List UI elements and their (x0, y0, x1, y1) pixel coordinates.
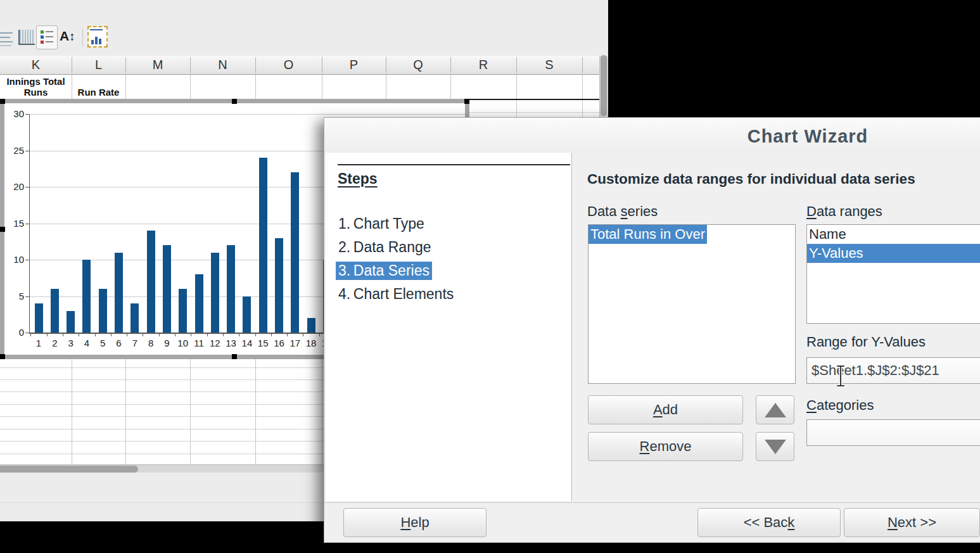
help-button[interactable]: Help (343, 508, 487, 537)
cell-L1[interactable]: Run Rate (72, 75, 125, 98)
remove-button[interactable]: Remove (588, 432, 743, 461)
move-up-button[interactable] (756, 395, 794, 424)
chart-bar[interactable] (195, 274, 203, 333)
column-header-N[interactable]: N (190, 56, 255, 74)
sheet-row-1[interactable]: Innings Total Runs Run Rate (0, 75, 599, 99)
legend-on-off-icon[interactable] (36, 25, 58, 49)
chart-wizard-dialog: Chart Wizard Steps 1. Chart Type2. Data … (324, 117, 980, 543)
column-header-R[interactable]: R (450, 56, 516, 74)
chart-bar[interactable] (307, 318, 315, 333)
y-axis (29, 114, 30, 333)
selection-handle-bottom-left[interactable] (0, 354, 5, 359)
grid-line (255, 359, 256, 464)
chart-bar[interactable] (147, 231, 155, 333)
grid-line (72, 359, 72, 464)
column-header-partial[interactable] (582, 56, 599, 74)
data-ranges-listbox[interactable]: NameY-Values (806, 224, 980, 324)
list-item[interactable]: Y-Values (807, 244, 980, 263)
y-axis-label: 25 (0, 145, 24, 156)
column-separator (322, 57, 322, 73)
chart-bar[interactable] (99, 289, 107, 333)
data-series-listbox[interactable]: Total Runs in Over (588, 224, 796, 384)
horizontal-scrollbar-thumb[interactable] (0, 466, 138, 473)
selection-handle-top-left[interactable] (0, 99, 5, 104)
column-header-Q[interactable]: Q (386, 56, 450, 74)
x-axis-label: 10 (175, 338, 191, 348)
chart-bar[interactable] (67, 311, 75, 333)
column-separator (516, 57, 517, 73)
grid-line (125, 359, 126, 464)
vertical-scrollbar-thumb[interactable] (601, 55, 607, 116)
horizontal-grids-icon[interactable] (0, 27, 14, 48)
chart-bar[interactable] (243, 296, 251, 333)
grid-line (190, 75, 191, 99)
selection-handle-bottom-mid[interactable] (232, 354, 237, 359)
x-axis-label: 17 (287, 338, 303, 348)
back-button[interactable]: << Back (697, 508, 841, 537)
selection-handle-mid-left[interactable] (0, 227, 5, 232)
wizard-step-1[interactable]: 1. Chart Type (336, 215, 427, 233)
add-button[interactable]: Add (588, 395, 743, 424)
chart-bar[interactable] (82, 260, 91, 333)
next-button[interactable]: Next >> (844, 508, 980, 537)
move-down-button[interactable] (756, 432, 794, 461)
column-header-O[interactable]: O (255, 56, 322, 74)
selection-handle-top-right[interactable] (464, 99, 469, 104)
selection-handle-top-mid[interactable] (232, 99, 237, 104)
wizard-step-2[interactable]: 2. Data Range (336, 238, 434, 257)
x-axis-label: 4 (79, 338, 95, 348)
chart-bar[interactable] (227, 245, 235, 333)
chart-bar[interactable] (259, 158, 267, 333)
column-separator (386, 57, 386, 73)
wizard-step-4[interactable]: 4. Chart Elements (336, 285, 456, 303)
grid-line (322, 75, 322, 99)
x-axis-label: 1 (30, 338, 47, 348)
chart-bar[interactable] (163, 245, 171, 333)
column-header-K[interactable]: K (0, 56, 72, 74)
steps-rule (338, 164, 570, 165)
chart-bar[interactable] (179, 289, 187, 333)
wizard-step-3[interactable]: 3. Data Series (336, 262, 432, 280)
categories-input[interactable] (806, 419, 980, 446)
chart-bar[interactable] (130, 303, 139, 333)
down-arrow-icon (765, 440, 786, 454)
x-axis-label: 15 (255, 338, 271, 348)
wizard-step-label: 3. Data Series (336, 262, 432, 280)
resize-arrows-icon: ↕ (69, 30, 75, 43)
x-axis-label: 16 (271, 338, 288, 348)
y-axis-label: 5 (0, 291, 24, 302)
range-for-y-values-input[interactable]: $Sheet1.$J$2:$J$21 (806, 357, 980, 384)
grid-line (450, 75, 451, 99)
column-header-L[interactable]: L (72, 56, 125, 74)
chart-bar[interactable] (211, 253, 219, 333)
grid-line (72, 75, 72, 99)
scale-text-letter: A (60, 29, 69, 43)
y-axis-label: 20 (0, 181, 24, 192)
wizard-step-label: 2. Data Range (336, 238, 434, 257)
y-axis-label: 30 (0, 108, 24, 119)
automatic-layout-icon[interactable] (87, 26, 108, 48)
grid-line (190, 359, 191, 464)
chart-bar[interactable] (51, 289, 59, 333)
dialog-heading: Customize data ranges for individual dat… (587, 171, 915, 188)
list-item[interactable]: Total Runs in Over (589, 225, 707, 244)
sheet-cells-right[interactable] (469, 100, 599, 117)
column-header-S[interactable]: S (516, 56, 582, 74)
x-axis-label: 12 (207, 338, 223, 348)
list-item[interactable]: Name (807, 225, 980, 244)
column-header-M[interactable]: M (125, 56, 190, 74)
chart-bar[interactable] (291, 172, 299, 333)
scale-text-icon[interactable]: A↕ (60, 27, 81, 48)
column-header-P[interactable]: P (322, 56, 386, 74)
chart-bar[interactable] (275, 238, 283, 333)
chart-toolbar: A↕ (0, 25, 608, 54)
chart-bar[interactable] (35, 303, 43, 333)
panel-separator (571, 153, 572, 501)
dialog-title-bar[interactable]: Chart Wizard (324, 118, 980, 153)
steps-panel: Steps 1. Chart Type2. Data Range3. Data … (326, 153, 571, 501)
x-axis-label: 2 (46, 338, 63, 348)
cell-K1[interactable]: Innings Total Runs (0, 75, 72, 98)
vertical-grids-icon[interactable] (17, 27, 37, 48)
categories-label: Categories (806, 397, 874, 414)
chart-bar[interactable] (115, 253, 123, 333)
